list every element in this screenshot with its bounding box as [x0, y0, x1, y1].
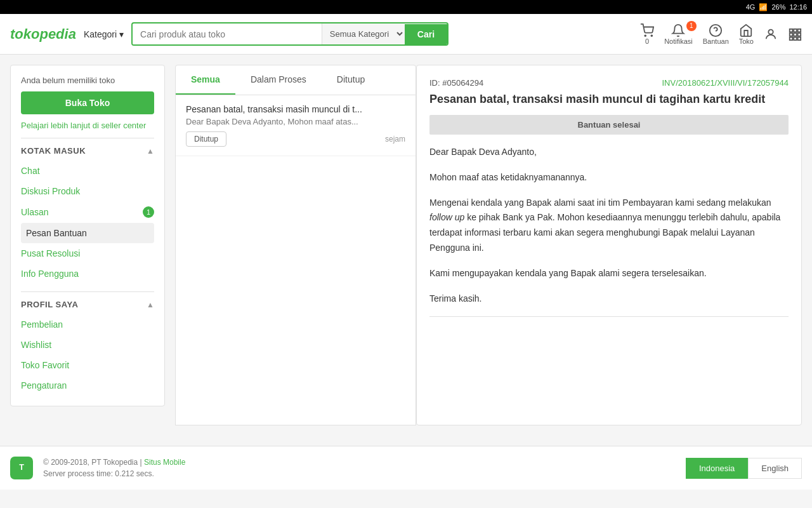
- main-layout: Anda belum memiliki toko Buka Toko Pelaj…: [0, 55, 812, 436]
- battery-indicator: 26%: [771, 3, 785, 11]
- diskusi-label: Diskusi Produk: [21, 186, 80, 196]
- ulasan-badge: 1: [143, 206, 154, 218]
- svg-rect-8: [790, 33, 793, 36]
- profil-saya-title: PROFIL SAYA: [21, 300, 78, 309]
- pelajari-link[interactable]: Pelajari lebih lanjut di seller center: [21, 121, 154, 130]
- svg-rect-13: [798, 37, 801, 40]
- logo-text: tokopedia: [10, 26, 76, 43]
- network-indicator: 4G: [746, 3, 756, 11]
- ticket-list: Pesanan batal, transaksi masih muncul di…: [175, 95, 416, 425]
- detail-inv: INV/20180621/XVIII/VI/172057944: [662, 78, 789, 88]
- search-category-select[interactable]: Semua Kategori: [322, 23, 405, 44]
- notif-label: Notifikasi: [664, 37, 693, 45]
- sidebar-item-pengaturan[interactable]: Pengaturan: [21, 375, 154, 396]
- para1-text: Mohon maaf atas ketidaknyamanannya.: [429, 170, 789, 185]
- tab-semua[interactable]: Semua: [176, 65, 235, 95]
- search-button[interactable]: Cari: [405, 24, 447, 44]
- svg-text:T: T: [19, 463, 24, 472]
- buka-toko-button[interactable]: Buka Toko: [21, 91, 154, 114]
- sidebar-item-wishlist[interactable]: Wishlist: [21, 335, 154, 355]
- sidebar-item-pembelian[interactable]: Pembelian: [21, 314, 154, 335]
- status-bar: 4G 📶 26% 12:16: [0, 0, 812, 14]
- kotak-masuk-section: KOTAK MASUK ▲: [21, 138, 154, 161]
- detail-panel: ID: #05064294 INV/20180621/XVIII/VI/1720…: [416, 65, 802, 425]
- apps-grid-button[interactable]: [788, 27, 802, 41]
- svg-rect-9: [794, 33, 797, 36]
- search-input[interactable]: [133, 24, 322, 44]
- pusat-resolusi-label: Pusat Resolusi: [21, 248, 80, 258]
- tab-ditutup[interactable]: Ditutup: [322, 65, 380, 95]
- profile-icon-button[interactable]: [764, 27, 778, 41]
- footer-copyright: © 2009-2018, PT Tokopedia | Situs Mobile: [43, 458, 185, 467]
- no-toko-text: Anda belum memiliki toko: [21, 76, 154, 85]
- wishlist-label: Wishlist: [21, 340, 51, 350]
- sidebar-item-toko-favorit[interactable]: Toko Favorit: [21, 355, 154, 375]
- logo[interactable]: tokopedia: [10, 26, 76, 43]
- two-col-layout: Semua Dalam Proses Ditutup Pesanan batal…: [175, 65, 802, 425]
- sidebar-item-pesan-bantuan[interactable]: Pesan Bantuan: [21, 223, 154, 243]
- footer-left: T © 2009-2018, PT Tokopedia | Situs Mobi…: [10, 457, 185, 479]
- tabs-row: Semua Dalam Proses Ditutup: [175, 65, 416, 95]
- notif-button[interactable]: 1 Notifikasi: [664, 23, 693, 45]
- footer: T © 2009-2018, PT Tokopedia | Situs Mobi…: [0, 446, 812, 490]
- cart-button[interactable]: 0: [640, 23, 654, 45]
- detail-body: Dear Bapak Deva Adyanto, Mohon maaf atas…: [429, 145, 789, 306]
- status-banner: Bantuan selesai: [429, 115, 789, 135]
- ticket-preview: Dear Bapak Deva Adyanto, Mohon maaf atas…: [186, 117, 405, 126]
- divider: [429, 316, 789, 317]
- sidebar-item-info-pengguna[interactable]: Info Pengguna: [21, 264, 154, 284]
- svg-rect-12: [794, 37, 797, 40]
- ticket-title: Pesanan batal, transaksi masih muncul di…: [186, 104, 405, 114]
- info-pengguna-label: Info Pengguna: [21, 269, 79, 279]
- footer-sitemobile-link[interactable]: Situs Mobile: [144, 458, 185, 467]
- time-display: 12:16: [789, 3, 807, 11]
- footer-logo-icon: T: [10, 457, 33, 479]
- greeting-text: Dear Bapak Deva Adyanto,: [429, 145, 789, 160]
- toko-label: Toko: [739, 37, 754, 45]
- sidebar-item-ulasan[interactable]: Ulasan 1: [21, 201, 154, 223]
- toko-button[interactable]: Toko: [739, 23, 754, 45]
- footer-server-time: Server process time: 0.212 secs.: [43, 469, 185, 478]
- lang-indonesia-button[interactable]: Indonesia: [686, 458, 748, 479]
- header-actions: 0 1 Notifikasi Bantuan Toko: [640, 23, 802, 45]
- ticket-status-button[interactable]: Ditutup: [186, 131, 226, 147]
- sidebar-item-chat[interactable]: Chat: [21, 161, 154, 181]
- profil-chevron-icon: ▲: [147, 300, 154, 309]
- ticket-time: sejam: [385, 135, 405, 144]
- footer-lang-switcher: Indonesia English: [686, 458, 802, 479]
- para3-text: Kami mengupayakan kendala yang Bapak ala…: [429, 266, 789, 281]
- svg-rect-6: [794, 29, 797, 32]
- ticket-list-panel: Semua Dalam Proses Ditutup Pesanan batal…: [175, 65, 416, 425]
- lang-english-button[interactable]: English: [748, 458, 802, 479]
- chat-label: Chat: [21, 166, 40, 176]
- ulasan-label: Ulasan: [21, 207, 49, 217]
- svg-rect-7: [798, 29, 801, 32]
- search-bar: Semua Kategori Cari: [131, 22, 449, 46]
- kategori-button[interactable]: Kategori ▾: [84, 29, 124, 39]
- tab-dalam-proses[interactable]: Dalam Proses: [235, 65, 322, 95]
- bantuan-button[interactable]: Bantuan: [703, 23, 729, 45]
- ticket-item[interactable]: Pesanan batal, transaksi masih muncul di…: [176, 95, 416, 156]
- signal-icon: 📶: [759, 3, 768, 11]
- closing-text: Terima kasih.: [429, 291, 789, 307]
- toko-favorit-label: Toko Favorit: [21, 360, 69, 370]
- pesan-bantuan-label: Pesan Bantuan: [26, 228, 87, 238]
- footer-info: © 2009-2018, PT Tokopedia | Situs Mobile…: [43, 458, 185, 478]
- svg-point-0: [645, 35, 646, 36]
- header: tokopedia Kategori ▾ Semua Kategori Cari…: [0, 14, 812, 55]
- svg-rect-10: [798, 33, 801, 36]
- svg-rect-11: [790, 37, 793, 40]
- sidebar-item-diskusi[interactable]: Diskusi Produk: [21, 181, 154, 201]
- svg-point-4: [768, 29, 773, 34]
- kotak-masuk-title: KOTAK MASUK: [21, 146, 86, 156]
- sidebar: Anda belum memiliki toko Buka Toko Pelaj…: [10, 65, 165, 425]
- kategori-label: Kategori: [84, 29, 117, 39]
- svg-rect-5: [790, 29, 793, 32]
- chevron-down-icon: ▾: [119, 29, 124, 39]
- para2-text: Mengenai kendala yang Bapak alami saat i…: [429, 196, 789, 256]
- sidebar-card: Anda belum memiliki toko Buka Toko Pelaj…: [10, 65, 165, 406]
- pembelian-label: Pembelian: [21, 319, 63, 330]
- pengaturan-label: Pengaturan: [21, 380, 67, 391]
- sidebar-item-pusat-resolusi[interactable]: Pusat Resolusi: [21, 243, 154, 264]
- detail-meta: ID: #05064294 INV/20180621/XVIII/VI/1720…: [429, 78, 789, 88]
